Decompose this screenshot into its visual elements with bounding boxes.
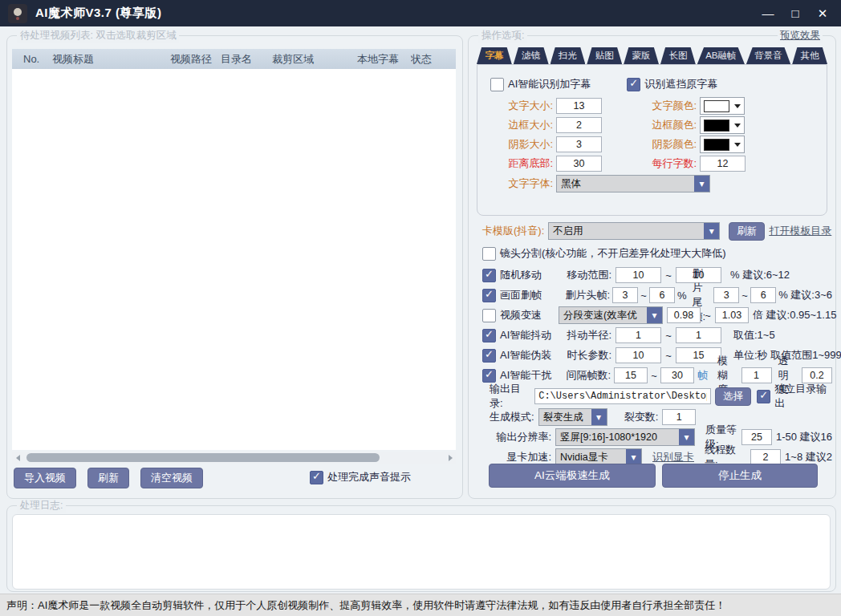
- text-size-input[interactable]: [556, 98, 602, 114]
- jitter-from-input[interactable]: [616, 327, 661, 343]
- options-group-label: 操作选项:: [478, 29, 527, 43]
- output-dir-input[interactable]: [534, 388, 711, 404]
- blur-input[interactable]: [741, 367, 772, 383]
- log-area[interactable]: [12, 514, 831, 590]
- alpha-input[interactable]: [802, 367, 832, 383]
- resolution-select[interactable]: 竖屏[9:16]-1080*1920: [555, 428, 695, 446]
- tab-sticker[interactable]: 贴图: [587, 47, 622, 64]
- font-select[interactable]: 黑体: [556, 175, 710, 192]
- gen-mode-select[interactable]: 裂变生成: [538, 408, 607, 426]
- horizontal-scrollbar[interactable]: [12, 452, 456, 464]
- minimize-icon[interactable]: —: [754, 0, 782, 26]
- bottom-distance-input[interactable]: [556, 156, 602, 172]
- row-interfere: AI智能干扰 间隔帧数: ~ 帧 模糊度: 透明度:: [482, 367, 832, 383]
- threads-input[interactable]: [750, 449, 781, 465]
- shot-split-checkbox[interactable]: [482, 247, 496, 261]
- border-color-swatch: [704, 120, 729, 132]
- choose-dir-button[interactable]: 选择: [715, 387, 751, 406]
- scrollbar-thumb[interactable]: [26, 453, 380, 462]
- disguise-checkbox[interactable]: [482, 349, 496, 363]
- chevron-down-icon: [626, 449, 641, 465]
- tab-subtitle[interactable]: 字幕: [477, 47, 512, 64]
- border-color-dropdown[interactable]: [700, 116, 745, 134]
- speed-to-input[interactable]: [715, 307, 749, 323]
- tail-frames-from-input[interactable]: [713, 287, 739, 303]
- frame-delete-checkbox[interactable]: [482, 289, 496, 302]
- maximize-icon[interactable]: □: [782, 0, 809, 26]
- duration-to-input[interactable]: [676, 347, 721, 363]
- cloud-generate-button[interactable]: AI云端极速生成: [489, 464, 656, 488]
- chevron-down-icon: [734, 143, 741, 147]
- row-template: 卡模版(抖音): 不启用 刷新 打开模板目录: [482, 223, 832, 239]
- tail-frames-to-input[interactable]: [750, 287, 776, 303]
- detect-gpu-link[interactable]: 识别显卡: [652, 450, 694, 464]
- tab-sweep-light[interactable]: 扫光: [551, 47, 586, 64]
- random-move-checkbox[interactable]: [482, 269, 496, 282]
- clear-video-button[interactable]: 清空视频: [140, 468, 203, 488]
- interfere-checkbox[interactable]: [482, 369, 496, 383]
- border-size-input[interactable]: [556, 117, 602, 133]
- template-refresh-button[interactable]: 刷新: [729, 222, 765, 241]
- fission-count-input[interactable]: [662, 409, 696, 425]
- tab-long-image[interactable]: 长图: [660, 47, 696, 64]
- tab-filter[interactable]: 滤镜: [514, 47, 549, 64]
- duration-from-input[interactable]: [616, 347, 661, 363]
- scroll-right-arrow-icon[interactable]: [445, 452, 456, 464]
- chevron-down-icon: [734, 104, 741, 108]
- duration-param-label: 时长参数:: [559, 348, 611, 363]
- shadow-color-swatch: [704, 139, 729, 151]
- shadow-color-label: 阴影颜色:: [634, 137, 697, 152]
- open-template-dir-link[interactable]: 打开模板目录: [769, 224, 831, 238]
- speed-from-input[interactable]: [667, 307, 701, 323]
- video-table-header: No. 视频标题 视频路径 目录名 裁剪区域 本地字幕 状态: [12, 49, 456, 69]
- chevron-down-icon: [694, 176, 709, 192]
- close-icon[interactable]: ✕: [809, 0, 836, 26]
- refresh-list-button[interactable]: 刷新: [87, 468, 129, 488]
- scroll-left-arrow-icon[interactable]: [12, 452, 23, 464]
- gpu-label: 显卡加速:: [482, 450, 551, 464]
- interval-frames-label: 间隔帧数:: [558, 368, 611, 383]
- col-status: 状态: [411, 52, 456, 67]
- row-output-dir: 输出目录: 选择 独立目录输出: [482, 388, 832, 404]
- tilde-separator: ~: [705, 310, 711, 322]
- standalone-dir-checkbox[interactable]: [757, 390, 770, 403]
- shadow-size-label: 阴影大小:: [490, 137, 553, 152]
- head-frames-to-input[interactable]: [649, 287, 675, 303]
- stop-generate-button[interactable]: 停止生成: [662, 464, 818, 488]
- border-size-label: 边框大小:: [490, 118, 553, 132]
- ai-add-subtitle-checkbox[interactable]: [490, 78, 504, 91]
- chars-per-line-input[interactable]: [700, 156, 746, 172]
- speed-mode-select[interactable]: 分段变速(效率优: [559, 306, 663, 324]
- interval-from-input[interactable]: [614, 367, 648, 383]
- template-select[interactable]: 不启用: [548, 222, 720, 240]
- fission-count-label: 裂变数:: [624, 410, 659, 424]
- move-range-hint: % 建议:6~12: [730, 268, 790, 282]
- head-frames-unit: %: [677, 290, 687, 302]
- move-range-from-input[interactable]: [616, 267, 661, 283]
- tab-bgm[interactable]: 背景音: [746, 47, 790, 64]
- text-color-dropdown[interactable]: [700, 97, 745, 115]
- text-size-label: 文字大小:: [490, 99, 553, 113]
- log-group: 处理日志:: [6, 505, 836, 592]
- tab-ab-blend[interactable]: AB融帧: [697, 47, 745, 64]
- tab-mask[interactable]: 蒙版: [624, 47, 659, 64]
- video-list-area[interactable]: [12, 69, 456, 450]
- jitter-to-input[interactable]: [676, 327, 721, 343]
- preview-effect-link[interactable]: 预览效果: [778, 29, 823, 43]
- random-move-label: 随机移动: [500, 268, 555, 282]
- jitter-checkbox[interactable]: [482, 329, 496, 342]
- tail-frames-hint: % 建议:3~6: [778, 288, 832, 302]
- sound-alert-checkbox[interactable]: [310, 471, 323, 484]
- mask-original-subtitle-checkbox[interactable]: [627, 78, 640, 91]
- frames-unit: 帧: [697, 368, 708, 383]
- move-range-label: 移动范围:: [559, 268, 611, 282]
- shadow-color-dropdown[interactable]: [700, 136, 745, 153]
- speed-checkbox[interactable]: [482, 309, 496, 322]
- head-frames-from-input[interactable]: [612, 287, 638, 303]
- import-video-button[interactable]: 导入视频: [14, 468, 76, 488]
- chars-per-line-label: 每行字数:: [634, 156, 697, 171]
- template-label: 卡模版(抖音):: [482, 224, 544, 238]
- tab-other[interactable]: 其他: [792, 47, 827, 64]
- interval-to-input[interactable]: [660, 367, 694, 383]
- shadow-size-input[interactable]: [556, 136, 602, 152]
